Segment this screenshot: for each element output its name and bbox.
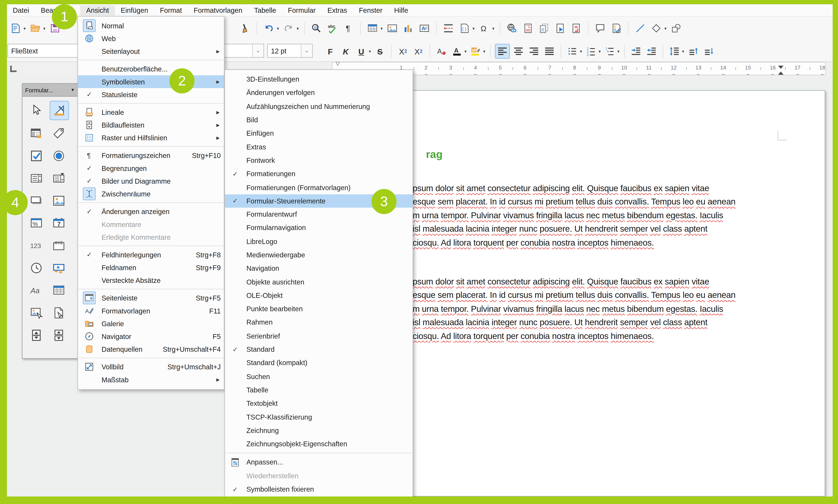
menu-item-benutzeroberfl-che[interactable]: Benutzeroberfläche...	[78, 62, 224, 75]
menu-item-nderungen-anzeigen[interactable]: ✓Änderungen anzeigen	[78, 205, 224, 218]
menu-item-kommentare[interactable]: Kommentare	[78, 218, 224, 231]
design-mode-button[interactable]	[50, 101, 69, 120]
menubar-item-fenster[interactable]: Fenster	[353, 5, 388, 15]
menu-item-raster-und-hilfslinien[interactable]: Raster und Hilfslinien▶	[78, 131, 224, 144]
clear-formatting-button[interactable]: A	[434, 44, 449, 58]
menubar-item-datei[interactable]: Datei	[7, 5, 35, 15]
clone-formatting-button[interactable]	[238, 21, 252, 35]
cross-reference-button[interactable]	[569, 21, 583, 35]
form-controls-titlebar[interactable]: Formular... ▼	[22, 84, 78, 96]
menubar-item-ansicht[interactable]: Ansicht	[80, 5, 115, 15]
insert-field-button[interactable]: { }	[458, 21, 472, 35]
redo-button[interactable]	[281, 21, 295, 35]
align-left-button[interactable]	[495, 44, 510, 59]
check-box-button[interactable]	[27, 147, 46, 165]
basic-shapes-button[interactable]	[649, 21, 664, 35]
insert-line-button[interactable]	[633, 21, 647, 35]
chevron-down-icon[interactable]: ▾	[664, 26, 667, 31]
menu-item-erledigte-kommentare[interactable]: Erledigte Kommentare	[78, 231, 224, 244]
chevron-down-icon[interactable]: ▾	[483, 49, 485, 54]
endnote-button[interactable]: [i]	[537, 21, 551, 35]
undo-button[interactable]	[262, 21, 276, 35]
menu-item-zeichnung[interactable]: Zeichnung	[225, 424, 412, 437]
insert-table-button[interactable]	[365, 21, 379, 35]
insert-chart-button[interactable]	[401, 21, 415, 35]
date-field-button[interactable]: 7	[50, 214, 68, 232]
image-button-button[interactable]	[27, 304, 46, 322]
right-indent-marker[interactable]	[778, 69, 784, 75]
select-button[interactable]	[27, 101, 46, 119]
numbered-list-button[interactable]: 123	[584, 44, 598, 58]
table-control-button[interactable]	[50, 281, 68, 300]
find-replace-button[interactable]: @	[310, 21, 324, 35]
menu-item-navigation[interactable]: Navigation	[225, 262, 412, 275]
menu-item-tabelle[interactable]: Tabelle	[225, 383, 412, 397]
menubar-item-hilfe[interactable]: Hilfe	[388, 5, 414, 15]
scrollbar-control-button[interactable]	[50, 326, 68, 344]
menu-item-zeichnungsobjekt-eigenschaften[interactable]: Zeichnungsobjekt-Eigenschaften	[225, 437, 412, 451]
insert-image-button[interactable]	[386, 21, 399, 35]
chevron-down-icon[interactable]: ▾	[464, 49, 467, 54]
form-design-button[interactable]	[27, 124, 46, 143]
chevron-down-icon[interactable]: ⌄	[301, 44, 312, 57]
list-box-button[interactable]	[27, 169, 46, 187]
text-box-control-button[interactable]: A	[72, 124, 78, 143]
menu-item-symbolleisten-fixieren[interactable]: ✓Symbolleisten fixieren	[225, 483, 412, 496]
numeric-field-button[interactable]: 123	[27, 236, 46, 255]
italic-button[interactable]: K	[339, 44, 353, 58]
menu-item-symbolleisten[interactable]: Symbolleisten▶	[78, 75, 224, 88]
open-button[interactable]	[28, 21, 42, 35]
draw-functions-button[interactable]	[669, 21, 683, 35]
menu-item-ma-stab[interactable]: Maßstab▶	[78, 373, 224, 386]
menu-item-feldhinterlegungen[interactable]: ✓FeldhinterlegungenStrg+F8	[78, 248, 224, 261]
underline-button[interactable]: U	[354, 44, 368, 58]
spelling-button[interactable]: abc	[326, 21, 340, 35]
page-break-button[interactable]	[442, 21, 456, 35]
push-button-button[interactable]	[27, 192, 46, 210]
chevron-down-icon[interactable]: ▾	[473, 26, 475, 31]
menubar-item-tabelle[interactable]: Tabelle	[248, 5, 282, 15]
pattern-field-button[interactable]: XYZ	[50, 236, 68, 255]
chevron-down-icon[interactable]: ▾	[492, 26, 494, 31]
font-size-combo[interactable]: 12 pt ⌄	[267, 44, 312, 58]
menu-item-textobjekt[interactable]: Textobjekt	[225, 397, 412, 410]
chevron-down-icon[interactable]: ▾	[617, 49, 619, 54]
menu-item-aufz-hlungszeichen-und-nummerierung[interactable]: Aufzählungszeichen und Nummerierung	[225, 100, 412, 113]
chevron-down-icon[interactable]: ▾	[580, 49, 582, 54]
chevron-down-icon[interactable]: ⌄	[252, 44, 263, 57]
menu-item-librelogo[interactable]: LibreLogo	[225, 235, 412, 248]
align-center-button[interactable]	[511, 44, 526, 58]
menu-item-anpassen[interactable]: Anpassen...	[225, 456, 412, 469]
menu-item-begrenzungen[interactable]: ✓Begrenzungen	[78, 162, 224, 175]
para-space-increase-button[interactable]	[686, 44, 700, 58]
menu-item-formatierungen[interactable]: ✓Formatierungen	[225, 167, 412, 181]
menu-item-seitenlayout[interactable]: Seitenlayout▶	[78, 45, 224, 57]
formatted-field-button[interactable]: Aa	[27, 281, 46, 300]
label-field-button[interactable]	[50, 124, 68, 143]
option-button-button[interactable]	[50, 147, 68, 165]
highlight-color-button[interactable]: ab	[469, 44, 483, 58]
special-character-button[interactable]: Ω	[477, 21, 491, 35]
menu-item-lineale[interactable]: Lineale▶	[78, 106, 224, 119]
chevron-down-icon[interactable]: ▾	[682, 49, 684, 54]
percent-field-button[interactable]: %	[27, 214, 46, 232]
menu-item-formularnavigation[interactable]: Formularnavigation	[225, 221, 412, 235]
menu-item-versteckte-abs-tze[interactable]: Versteckte Absätze	[78, 274, 224, 287]
menubar-item-formatvorlagen[interactable]: Formatvorlagen	[188, 5, 248, 15]
menubar-item-formular[interactable]: Formular	[282, 5, 322, 15]
chevron-down-icon[interactable]: ▾	[277, 26, 279, 31]
menu-item-extras[interactable]: Extras	[225, 140, 412, 154]
indent-increase-button[interactable]	[629, 44, 643, 58]
justify-button[interactable]	[543, 44, 557, 58]
menu-item-bilder-und-diagramme[interactable]: ✓Bilder und Diagramme	[78, 175, 224, 187]
superscript-button[interactable]: X2	[396, 44, 410, 58]
menu-item-nderungen-verfolgen[interactable]: Änderungen verfolgen	[225, 86, 412, 100]
menubar-item-extras[interactable]: Extras	[322, 5, 353, 15]
menu-item-punkte-bearbeiten[interactable]: Punkte bearbeiten	[225, 302, 412, 316]
menu-item-medienwiedergabe[interactable]: Medienwiedergabe	[225, 248, 412, 262]
bold-button[interactable]: F	[323, 44, 337, 58]
image-control-button[interactable]	[50, 192, 68, 210]
chevron-down-icon[interactable]: ▾	[296, 26, 299, 31]
menubar-item-format[interactable]: Format	[154, 5, 188, 15]
menu-item-bild[interactable]: Bild	[225, 113, 412, 127]
